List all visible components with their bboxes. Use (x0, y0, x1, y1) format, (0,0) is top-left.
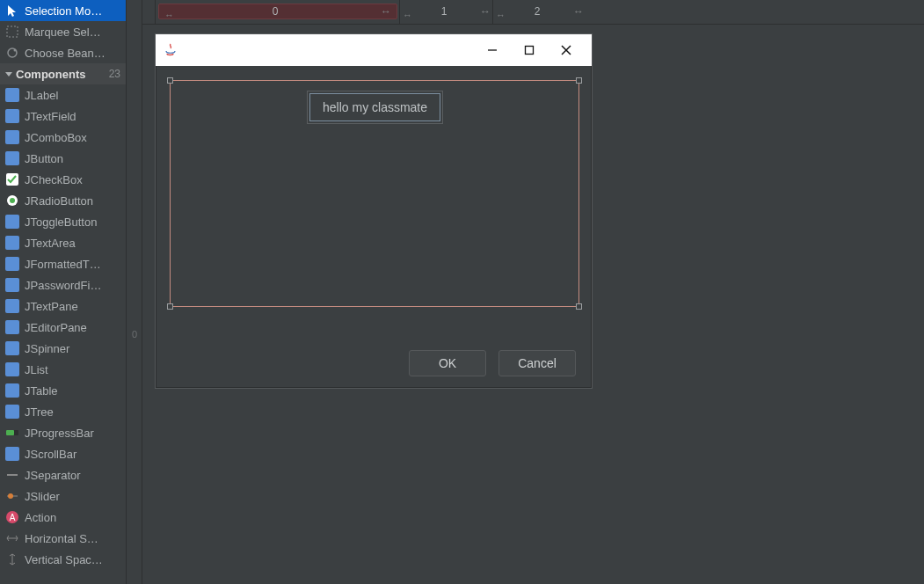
ruler-col-number: 0 (170, 5, 381, 18)
palette-item-label: JLabel (25, 89, 58, 102)
palette-item-label: JEditorPane (25, 321, 87, 334)
chevron-down-icon (5, 72, 12, 77)
palette-item-jbutton[interactable]: JButton (0, 148, 126, 169)
ruler-column-2[interactable]: 2↔ (496, 4, 584, 19)
svg-rect-6 (5, 151, 19, 165)
palette-item-jprogressbar[interactable]: JProgressBar (0, 422, 126, 443)
tool-label: Selection Mo… (25, 4, 102, 18)
svg-rect-4 (5, 109, 19, 123)
chk-icon (5, 172, 19, 186)
svg-point-25 (8, 493, 13, 499)
ep-icon (5, 320, 19, 334)
svg-rect-15 (5, 320, 19, 334)
palette-item-jtable[interactable]: JTable (0, 380, 126, 401)
palette-item-verticalspac[interactable]: Vertical Spac… (0, 549, 126, 570)
palette-item-jtextarea[interactable]: JTextArea (0, 232, 126, 253)
palette-item-jslider[interactable]: JSlider (0, 485, 126, 507)
close-button[interactable] (548, 37, 585, 63)
rad-icon (5, 193, 19, 208)
selected-panel-outline[interactable]: hello my classmate (170, 80, 579, 307)
palette-item-jpasswordfi[interactable]: JPasswordFi… (0, 274, 126, 296)
ok-icon (5, 151, 19, 165)
minimize-button[interactable] (474, 37, 511, 63)
tool-marquee[interactable]: Marquee Sel… (0, 21, 126, 42)
dialog-titlebar[interactable] (156, 34, 592, 66)
palette-item-jscrollbar[interactable]: JScrollBar (0, 443, 126, 464)
bean-icon (5, 46, 19, 60)
jlabel-component[interactable]: hello my classmate (309, 93, 440, 121)
sep-icon (5, 468, 19, 482)
spn-icon (5, 341, 19, 355)
palette-item-label: JComboBox (25, 131, 87, 144)
palette-item-jtogglebutton[interactable]: JToggleButton (0, 211, 126, 232)
ok-button[interactable]: OK (409, 350, 486, 376)
palette-item-jspinner[interactable]: JSpinner (0, 338, 126, 359)
components-section-header[interactable]: Components 23 (0, 63, 126, 84)
pwd-icon (5, 278, 19, 292)
act-icon: A (5, 510, 19, 524)
palette-item-label: JTextArea (25, 237, 76, 250)
marquee-icon (5, 25, 19, 39)
resize-arrow-icon: ↔ (381, 5, 391, 18)
sld-icon (5, 489, 19, 503)
palette-item-label: JSeparator (25, 469, 81, 482)
svg-rect-11 (5, 236, 19, 250)
resize-handle-bl[interactable] (167, 303, 173, 310)
palette-item-jtextpane[interactable]: JTextPane (0, 296, 126, 317)
component-palette: Selection Mo…Marquee Sel…Choose Bean… Co… (0, 0, 127, 584)
svg-rect-17 (5, 362, 19, 376)
resize-arrow-icon: ↔ (573, 5, 584, 18)
hs-icon (5, 531, 19, 545)
palette-item-label: JPasswordFi… (25, 279, 101, 292)
palette-item-action[interactable]: AAction (0, 507, 126, 528)
cancel-button[interactable]: Cancel (498, 350, 576, 376)
palette-item-jlist[interactable]: JList (0, 359, 126, 380)
palette-item-jtextfield[interactable]: JTextField (0, 106, 126, 127)
ruler-column-1[interactable]: 1↔ (403, 4, 491, 19)
palette-item-label: JTable (25, 384, 58, 398)
palette-item-label: JCheckBox (25, 173, 83, 186)
maximize-button[interactable] (511, 37, 548, 63)
scr-icon (5, 447, 19, 461)
palette-item-label: JTree (25, 405, 54, 419)
tool-cursor[interactable]: Selection Mo… (0, 0, 126, 21)
palette-item-jradiobutton[interactable]: JRadioButton (0, 190, 126, 211)
dialog-button-row: OK Cancel (156, 339, 592, 388)
palette-item-horizontals[interactable]: Horizontal S… (0, 528, 126, 549)
lst-icon (5, 362, 19, 376)
ruler-col-number: 2 (501, 5, 573, 18)
resize-arrow-icon: ↔ (480, 5, 491, 18)
cursor-icon (5, 4, 19, 18)
palette-item-jlabel[interactable]: JLabel (0, 84, 126, 106)
palette-item-jcheckbox[interactable]: JCheckBox (0, 169, 126, 190)
tog-icon (5, 215, 19, 229)
tool-bean[interactable]: Choose Bean… (0, 42, 126, 63)
dialog-content-panel[interactable]: hello my classmate (156, 66, 592, 339)
components-header-label: Components (16, 68, 85, 81)
palette-item-jseparator[interactable]: JSeparator (0, 464, 126, 485)
palette-item-label: JRadioButton (25, 194, 93, 208)
palette-item-jformattedt[interactable]: JFormattedT… (0, 253, 126, 274)
tool-label: Choose Bean… (25, 47, 105, 60)
svg-rect-21 (6, 430, 14, 435)
svg-point-2 (14, 49, 17, 52)
column-ruler[interactable]: 0↔1↔2↔ (142, 0, 924, 25)
gutter-row-index: 0 (130, 329, 139, 339)
palette-item-label: JToggleButton (25, 215, 97, 229)
prog-icon (5, 426, 19, 440)
ruler-column-0[interactable]: 0↔ (158, 4, 397, 19)
resize-handle-br[interactable] (576, 303, 582, 310)
palette-item-jeditorpane[interactable]: JEditorPane (0, 317, 126, 338)
svg-rect-16 (5, 341, 19, 355)
palette-item-jcombobox[interactable]: JComboBox (0, 127, 126, 148)
design-canvas[interactable]: hello my classmate OK Cancel (142, 25, 924, 584)
palette-item-label: JButton (25, 152, 63, 165)
resize-handle-tr[interactable] (576, 77, 582, 84)
palette-item-label: Vertical Spac… (25, 553, 103, 566)
resize-handle-tl[interactable] (167, 77, 173, 84)
tree-icon (5, 405, 19, 419)
palette-item-jtree[interactable]: JTree (0, 401, 126, 422)
palette-item-label: JFormattedT… (25, 258, 101, 271)
cbo-icon (5, 130, 19, 144)
palette-item-label: Horizontal S… (25, 532, 98, 545)
